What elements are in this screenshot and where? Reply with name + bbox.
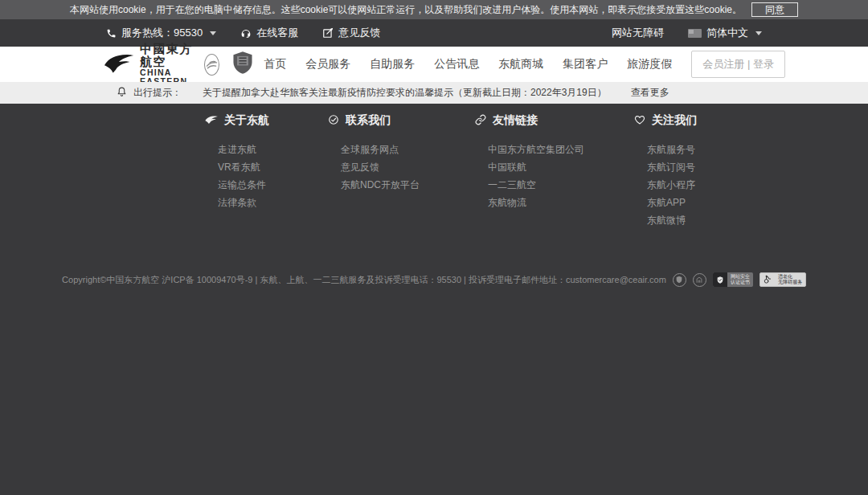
security-badge-line1: 网站安全: [731, 274, 750, 280]
main-nav-bar: 中國東方航空 CHINA EASTERN 首页 会员服务 自助服务 公告讯息 东…: [0, 47, 868, 82]
footer-col-links-header: 友情链接: [475, 109, 634, 132]
footer-col-links: 友情链接 中国东方航空集团公司 中国联航 一二三航空 东航物流: [475, 109, 634, 229]
register-login-button[interactable]: 会员注册 | 登录: [691, 51, 785, 78]
accessibility-label: 网站无障碍: [612, 26, 664, 40]
footer-link[interactable]: 中国东方航空集团公司: [488, 141, 634, 158]
chevron-down-icon: [210, 31, 216, 35]
ceair-homepage-footer: 本网站使用cookie，用于在您的电脑中储存信息。这些cookie可以使网站正常…: [0, 0, 868, 495]
footer-col-follow-header: 关注我们: [634, 109, 755, 132]
footer-link[interactable]: 东航物流: [488, 194, 634, 211]
shield-icon: [713, 272, 727, 287]
security-cert-badge[interactable]: 网站安全 认证证书: [713, 272, 753, 287]
footer-link[interactable]: 意见反馈: [341, 158, 475, 176]
security-badge-line2: 认证证书: [731, 280, 750, 285]
brand-logo[interactable]: 中國東方航空 CHINA EASTERN: [104, 43, 254, 86]
cookie-notice-text: 本网站使用cookie，用于在您的电脑中储存信息。这些cookie可以使网站正常…: [70, 3, 742, 17]
footer-link[interactable]: 中国联航: [488, 158, 634, 176]
footer-link[interactable]: 运输总条件: [218, 176, 328, 194]
footer-col-title: 关于东航: [224, 113, 269, 128]
brand-name-cn: 中國東方航空: [140, 43, 194, 68]
view-more-link[interactable]: 查看更多: [631, 86, 669, 100]
footer-columns: 关于东航 走进东航 VR看东航 运输总条件 法律条款 联系我们 全球服务: [104, 104, 764, 229]
footer-link[interactable]: 东航APP: [647, 194, 755, 211]
footer-col-title: 关注我们: [652, 113, 697, 128]
service-hotline-dropdown[interactable]: 服务热线：95530: [106, 26, 216, 40]
notice-label: 出行提示：: [133, 86, 182, 100]
footer-col-about-header: 关于东航: [205, 109, 328, 132]
online-service-link[interactable]: 在线客服: [240, 26, 298, 40]
footer-link[interactable]: 东航微博: [647, 211, 755, 229]
footer-col-title: 联系我们: [346, 113, 391, 128]
feedback-link[interactable]: 意见反馈: [322, 26, 380, 40]
feedback-label: 意见反馈: [338, 26, 380, 40]
footer-link[interactable]: 东航订阅号: [647, 158, 755, 176]
elderly-accessibility-badge[interactable]: 适老化 无障碍服务: [760, 272, 806, 287]
elderly-badge-line1: 适老化: [778, 274, 802, 280]
footer-col-title: 友情链接: [493, 113, 538, 128]
footer-link[interactable]: 走进东航: [218, 141, 328, 158]
nav-menu: 首页 会员服务 自助服务 公告讯息 东航商城 集团客户 旅游度假: [264, 57, 691, 72]
nav-item-corporate-clients[interactable]: 集团客户: [563, 57, 608, 72]
footer-col-contact-header: 联系我们: [328, 109, 475, 132]
certification-badge-icon: [231, 51, 254, 78]
accessibility-link[interactable]: 网站无障碍: [612, 26, 664, 40]
language-label: 简体中文: [706, 26, 748, 40]
wheelchair-icon: [760, 272, 775, 287]
online-service-label: 在线客服: [256, 26, 298, 40]
eastern-bird-icon: [205, 114, 218, 127]
notice-text[interactable]: 关于提醒加拿大赴华旅客关注最新疫情防控要求的温馨提示（更新截止日期：2022年3…: [203, 86, 607, 100]
copyright-text: Copyright©中国东方航空 沪ICP备 10009470号-9 | 东航、…: [62, 274, 666, 286]
footer-col-about: 关于东航 走进东航 VR看东航 运输总条件 法律条款: [205, 109, 328, 229]
phone-icon: [106, 28, 117, 39]
cookie-agree-button[interactable]: 同意: [751, 2, 798, 17]
footer-link[interactable]: 一二三航空: [488, 176, 634, 194]
footer-col-contact: 联系我们 全球服务网点 意见反馈 东航NDC开放平台: [328, 109, 475, 229]
flag-icon: [688, 29, 702, 38]
footer-link[interactable]: 东航小程序: [647, 176, 755, 194]
skyteam-logo-icon: [204, 54, 219, 76]
travel-notice-bar: 出行提示： 关于提醒加拿大赴华旅客关注最新疫情防控要求的温馨提示（更新截止日期：…: [0, 82, 868, 104]
footer-link[interactable]: 东航服务号: [647, 141, 755, 158]
footer-link[interactable]: 东航NDC开放平台: [341, 176, 475, 194]
credential-emblem-icon-2[interactable]: [693, 273, 706, 287]
cookie-banner: 本网站使用cookie，用于在您的电脑中储存信息。这些cookie可以使网站正常…: [0, 0, 868, 19]
elderly-badge-line2: 无障碍服务: [778, 280, 802, 285]
link-icon: [475, 114, 486, 128]
footer-link[interactable]: VR看东航: [218, 158, 328, 176]
nav-item-member-services[interactable]: 会员服务: [305, 57, 350, 72]
nav-item-self-service[interactable]: 自助服务: [370, 57, 415, 72]
headset-icon: [240, 27, 252, 39]
chevron-down-icon: [755, 31, 762, 35]
language-selector[interactable]: 简体中文: [688, 26, 762, 40]
nav-item-mall[interactable]: 东航商城: [498, 57, 543, 72]
footer-col-follow: 关注我们 东航服务号 东航订阅号 东航小程序 东航APP 东航微博: [634, 109, 755, 229]
footer-link[interactable]: 全球服务网点: [341, 141, 475, 158]
hotline-label: 服务热线：95530: [121, 26, 203, 40]
nav-item-home[interactable]: 首页: [264, 57, 286, 72]
copyright-row: Copyright©中国东方航空 沪ICP备 10009470号-9 | 东航、…: [0, 272, 868, 287]
eastern-bird-logo-icon: [104, 52, 134, 77]
edit-icon: [322, 27, 334, 39]
footer: 关于东航 走进东航 VR看东航 运输总条件 法律条款 联系我们 全球服务: [0, 104, 868, 495]
heart-icon: [634, 114, 645, 128]
credential-emblem-icon-1[interactable]: [673, 273, 686, 287]
check-circle-icon: [328, 114, 339, 128]
footer-link[interactable]: 法律条款: [218, 194, 328, 211]
nav-item-announcements[interactable]: 公告讯息: [434, 57, 479, 72]
bell-icon: [117, 86, 127, 100]
nav-item-travel-vacation[interactable]: 旅游度假: [627, 57, 672, 72]
